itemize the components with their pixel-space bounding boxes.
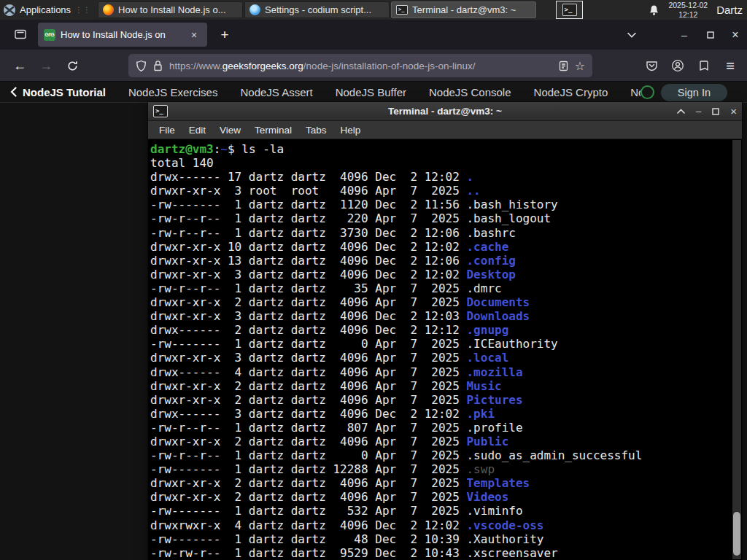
terminal-output-line: -rw-r--r-- 1 dartz dartz 220 Apr 7 2025 … [150,211,742,225]
file-meta: drwxr-xr-x 13 dartz dartz 4096 Dec 2 12:… [150,254,466,268]
file-name: .bash_history [466,198,557,211]
url-text: https://www.geeksforgeeks.org/node-js/in… [169,61,552,71]
site-nav-item[interactable]: NodeJS Console [429,86,511,98]
hamburger-menu-icon[interactable]: ≡ [719,55,741,77]
tab-title: How to Install Node.js on [61,29,182,40]
directory-name: Desktop [466,268,515,281]
terminal-icon: >_ [396,5,408,15]
list-all-tabs-icon[interactable] [622,27,641,43]
site-nav-bar: NodeJS Tutorial NodeJS ExercisesNodeJS A… [0,82,747,103]
maximize-window-icon[interactable] [712,108,719,115]
shield-icon[interactable] [136,60,147,72]
terminal-menu-edit[interactable]: Edit [189,125,206,136]
terminal-output-line: -rw-r--r-- 1 dartz dartz 807 Apr 7 2025 … [150,421,742,435]
file-meta: drwxr-xr-x 2 dartz dartz 4096 Apr 7 2025 [150,476,466,490]
close-window-icon[interactable]: × [730,106,737,117]
terminal-output-line: drwx------ 3 dartz dartz 4096 Dec 2 12:0… [150,407,742,421]
directory-name: Downloads [466,309,530,323]
new-tab-button[interactable]: + [214,25,235,45]
pocket-icon[interactable] [640,55,662,77]
file-name: .dmrc [466,281,501,295]
file-meta: drwx------ 2 dartz dartz 4096 Dec 2 12:1… [150,323,466,337]
file-name: .Xauthority [466,532,543,546]
url-scheme: https://www. [169,61,222,71]
terminal-prompt-line: dartz@vm3:~$ ls -la [150,142,742,156]
site-nav-back-item[interactable]: NodeJS Tutorial [10,86,106,98]
window-maximize-button[interactable] [701,27,720,43]
terminal-output-line: drwx------ 4 dartz dartz 4096 Apr 7 2025… [150,365,742,379]
tab-close-icon[interactable]: × [187,28,201,42]
minimize-window-icon[interactable]: – [696,106,701,116]
terminal-title-bar[interactable]: >_ Terminal - dartz@vm3: ~ – × [148,102,742,121]
terminal-title: Terminal - dartz@vm3: ~ [148,106,742,117]
file-meta: drwx------ 17 dartz dartz 4096 Dec 2 12:… [150,170,466,184]
terminal-output-line: drwxr-xr-x 2 dartz dartz 4096 Apr 7 2025… [150,476,742,490]
firefox-view-icon[interactable] [9,23,32,45]
prompt-command: $ ls -la [228,142,284,156]
taskbar-button-firefox[interactable]: How to Install Node.js o... [98,1,243,18]
taskbar-button-codium[interactable]: Settings - codium script... [244,1,390,18]
terminal-menu-help[interactable]: Help [341,125,361,136]
prompt-user-host: dartz@vm3 [150,142,214,156]
terminal-menu-terminal[interactable]: Terminal [255,125,292,136]
site-nav-item[interactable]: NodeJS DNS [630,86,640,98]
terminal-menu-view[interactable]: View [220,125,241,136]
window-close-button[interactable]: × [726,27,745,43]
site-nav-item[interactable]: NodeJS Assert [240,86,312,98]
site-nav-item[interactable]: NodeJS Crypto [534,86,608,98]
shade-window-icon[interactable] [677,109,685,114]
terminal-output-line: -rw------- 1 dartz dartz 532 Apr 7 2025 … [150,504,742,518]
terminal-output-line: drwxr-xr-x 2 dartz dartz 4096 Apr 7 2025… [150,295,742,309]
directory-name: .config [466,254,515,268]
reload-icon[interactable] [61,55,83,77]
terminal-scrollbar-thumb[interactable] [733,512,740,556]
terminal-output-line: drwxr-xr-x 2 dartz dartz 4096 Apr 7 2025… [150,435,742,448]
terminal-output-line: -rw-r--r-- 1 dartz dartz 3730 Dec 2 12:0… [150,226,742,240]
file-name: .swp [466,462,495,476]
clock-date: 2025-12-02 [668,1,708,10]
site-nav-items: NodeJS Tutorial NodeJS ExercisesNodeJS A… [0,86,640,98]
url-bar[interactable]: https://www.geeksforgeeks.org/node-js/in… [128,54,592,77]
terminal-scrollbar[interactable] [732,140,741,559]
lock-icon[interactable] [153,60,163,71]
back-icon[interactable]: ← [9,55,31,77]
tray-terminal-indicator[interactable]: >_ [556,1,583,19]
file-meta: drwxrwxr-x 4 dartz dartz 4096 Dec 2 12:0… [150,518,466,532]
taskbar-button-terminal[interactable]: >_ Terminal - dartz@vm3: ~ [391,1,536,18]
sign-in-button[interactable]: Sign In [661,84,727,101]
taskbar-label: Settings - codium script... [265,4,371,15]
file-meta: drwxr-xr-x 2 dartz dartz 4096 Apr 7 2025 [150,393,466,407]
file-meta: -rw------- 1 dartz dartz 12288 Apr 7 202… [150,462,466,476]
file-meta: -rw-r--r-- 1 dartz dartz 35 Apr 7 2025 [150,281,466,295]
file-meta: -rw------- 1 dartz dartz 48 Dec 2 10:39 [150,532,466,546]
directory-name: Documents [466,295,530,309]
search-icon[interactable] [640,85,654,99]
notification-bell-icon[interactable] [649,4,659,16]
panel-status-area: 2025-12-02 12:12 Dartz [649,0,747,20]
terminal-menu-file[interactable]: File [159,125,175,136]
extensions-icon[interactable] [693,55,715,77]
forward-icon[interactable]: → [35,55,57,77]
window-minimize-button[interactable]: – [675,27,694,43]
terminal-total-line: total 140 [150,156,742,170]
terminal-output-line: drwxr-xr-x 2 dartz dartz 4096 Apr 7 2025… [150,379,742,393]
file-meta: -rw-r--r-- 1 dartz dartz 0 Apr 7 2025 [150,448,466,462]
directory-name: . [466,170,473,184]
site-nav-item[interactable]: NodeJS Exercises [128,86,218,98]
taskbar-label: How to Install Node.js o... [118,4,225,15]
terminal-output[interactable]: dartz@vm3:~$ ls -la total 140 drwx------… [148,139,742,560]
terminal-icon: >_ [153,105,168,117]
terminal-output-line: drwxr-xr-x 3 root root 4096 Apr 7 2025 .… [150,184,742,198]
file-meta: drwxr-xr-x 3 dartz dartz 4096 Apr 7 2025 [150,351,466,365]
browser-tab-active[interactable]: GfG How to Install Node.js on × [38,23,207,47]
terminal-menu-tabs[interactable]: Tabs [306,125,327,136]
site-nav-item[interactable]: NodeJS Buffer [336,86,406,98]
reader-mode-icon[interactable] [559,61,568,71]
account-icon[interactable] [667,55,689,77]
bookmark-star-icon[interactable]: ☆ [575,59,585,73]
applications-menu-button[interactable]: Applications [20,4,71,15]
terminal-output-line: -rw-r--r-- 1 dartz dartz 35 Apr 7 2025 .… [150,281,742,295]
directory-name: .cache [466,240,508,254]
panel-user-menu[interactable]: Dartz [716,4,743,16]
panel-clock[interactable]: 2025-12-02 12:12 [668,1,708,19]
